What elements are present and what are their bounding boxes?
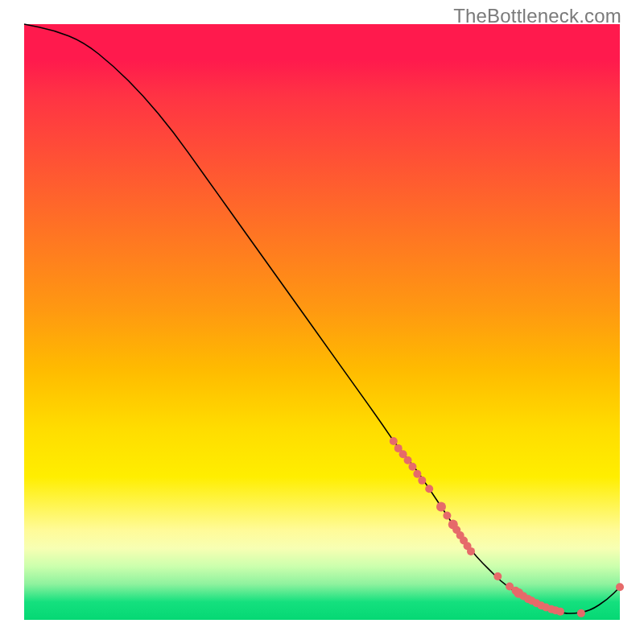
chart-svg-overlay [24,24,620,620]
chart-marker [390,437,398,445]
chart-container: TheBottleneck.com [0,0,644,644]
chart-marker [493,572,502,580]
chart-marker [577,609,585,617]
chart-marker [436,502,446,511]
chart-curve [24,24,620,613]
chart-marker [467,547,475,555]
chart-marker [413,470,421,478]
chart-markers [390,437,624,617]
chart-marker [556,608,564,616]
chart-marker [404,456,412,464]
chart-marker [616,583,624,591]
chart-marker [418,477,426,485]
chart-marker [443,512,451,520]
chart-marker [425,485,433,493]
chart-marker [408,463,416,471]
